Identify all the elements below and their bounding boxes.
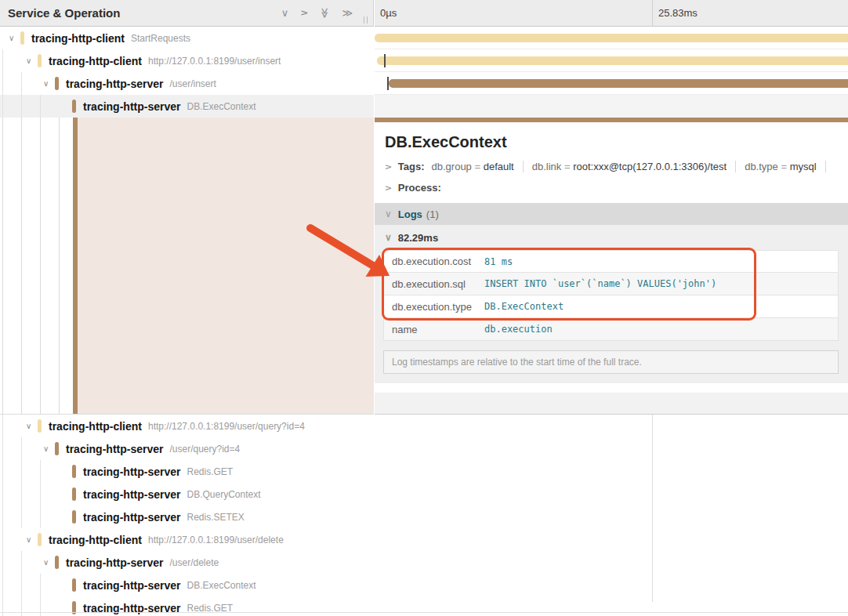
timeline-tick-label: 0µs — [375, 0, 652, 26]
operation-name: Redis.SETEX — [187, 512, 244, 523]
service-name: tracing-http-server — [83, 579, 180, 592]
log-field-key: db.execution.type — [392, 301, 484, 313]
service-name: tracing-http-server — [66, 78, 163, 90]
service-name: tracing-http-client — [49, 420, 142, 433]
indent-guide — [2, 437, 3, 460]
operation-name: /user/insert — [169, 78, 216, 89]
span-color-bar — [72, 510, 76, 524]
chevron-right-icon[interactable]: ∨ — [299, 9, 310, 17]
chevron-down-icon[interactable]: ∨ — [25, 56, 38, 65]
tag-item: db.type = mysql — [745, 161, 825, 172]
span-color-bar — [38, 419, 42, 433]
indent-guide — [40, 95, 41, 118]
timeline-rows — [375, 27, 848, 118]
tree-row[interactable]: ∨tracing-http-server/user/delete — [0, 551, 374, 574]
tree-row[interactable]: tracing-http-serverDB.QueryContext — [0, 483, 374, 505]
timeline-row[interactable] — [375, 49, 848, 72]
panel-title: Service & Operation — [8, 6, 120, 20]
chevron-down-icon: ∨ — [385, 232, 392, 243]
timeline-row[interactable] — [375, 95, 848, 118]
chevron-down-icon[interactable]: ∨ — [42, 79, 55, 88]
span-duration-bar[interactable] — [375, 34, 848, 42]
timeline-row[interactable] — [375, 72, 848, 95]
span-color-bar — [20, 31, 24, 45]
service-name: tracing-http-server — [66, 443, 163, 455]
indent-guide — [2, 483, 3, 505]
tree-row[interactable]: ∨tracing-http-clienthttp://127.0.0.1:819… — [0, 528, 374, 551]
indent-guide — [21, 574, 22, 596]
chevron-down-icon[interactable]: ∨ — [8, 34, 20, 42]
chevron-down-icon[interactable]: ∨ — [42, 444, 55, 453]
log-field-row: namedb.execution — [383, 318, 839, 341]
indent-guide — [40, 118, 41, 414]
double-chevron-right-icon[interactable]: ≫ — [342, 8, 353, 18]
tree-row[interactable]: tracing-http-serverRedis.GET — [0, 596, 374, 616]
column-resize-grip[interactable] — [364, 16, 368, 24]
log-timestamp: 82.29ms — [398, 232, 438, 244]
selected-span-expansion — [0, 118, 374, 415]
log-timestamp-header[interactable]: ∨ 82.29ms — [375, 225, 848, 250]
span-duration-bar[interactable] — [377, 56, 848, 65]
log-timestamps-note: Log timestamps are relative to the start… — [383, 350, 839, 374]
tree-row[interactable]: tracing-http-serverRedis.GET — [0, 460, 374, 483]
indent-guide — [21, 460, 22, 483]
process-label: Process: — [398, 182, 441, 194]
timeline-row[interactable] — [375, 27, 848, 49]
span-color-bar — [55, 77, 59, 90]
chevron-down-icon[interactable]: ∨ — [42, 558, 55, 567]
span-color-bar — [55, 556, 59, 569]
tree-row[interactable]: tracing-http-serverRedis.SETEX — [0, 505, 374, 528]
span-color-bar — [72, 100, 76, 113]
detail-panel-filler — [375, 393, 848, 414]
span-tree-panel: Service & Operation ∨∨≫≫ ∨tracing-http-c… — [0, 0, 374, 616]
span-tree-bottom: ∨tracing-http-clienthttp://127.0.0.1:819… — [0, 415, 374, 616]
indent-guide — [40, 483, 41, 505]
span-duration-bar[interactable] — [389, 79, 848, 88]
operation-name: DB.ExecContext — [187, 580, 255, 591]
chevron-down-icon[interactable]: ∨ — [25, 422, 38, 430]
tree-row[interactable]: ∨tracing-http-server/user/query?id=4 — [0, 437, 374, 460]
operation-name: DB.QueryContext — [187, 489, 260, 500]
double-chevron-down-icon[interactable]: ≫ — [320, 8, 330, 19]
tree-row[interactable]: ∨tracing-http-clienthttp://127.0.0.1:819… — [0, 49, 374, 72]
chevron-down-icon[interactable]: ∨ — [25, 535, 38, 544]
logs-accordion-header[interactable]: ∨ Logs (1) — [375, 203, 848, 225]
tree-row[interactable]: ∨tracing-http-clienthttp://127.0.0.1:819… — [0, 415, 374, 437]
tree-row[interactable]: ∨tracing-http-server/user/insert — [0, 72, 374, 95]
span-start-tick — [387, 77, 389, 90]
service-name: tracing-http-server — [83, 100, 180, 113]
span-detail-title: DB.ExecContext — [385, 133, 848, 151]
span-color-bar — [55, 442, 59, 455]
service-name: tracing-http-client — [49, 55, 142, 67]
log-field-value: 81 ms — [484, 256, 513, 267]
indent-guide — [21, 95, 22, 118]
indent-guide — [21, 551, 22, 574]
span-color-bar — [72, 487, 76, 501]
operation-name: /user/delete — [169, 557, 219, 568]
log-field-row: db.execution.typeDB.ExecContext — [383, 295, 839, 318]
tags-label: Tags: — [398, 161, 425, 172]
chevron-down-icon[interactable]: ∨ — [281, 8, 289, 18]
log-field-key: name — [392, 324, 484, 335]
indent-guide — [40, 574, 41, 596]
log-field-value: db.execution — [484, 324, 553, 335]
indent-guide — [2, 118, 3, 414]
list-end-border — [0, 612, 848, 613]
indent-guide — [2, 551, 3, 574]
operation-name: /user/query?id=4 — [169, 444, 240, 455]
service-name: tracing-http-client — [31, 32, 125, 45]
indent-guide — [21, 118, 22, 414]
indent-guide — [21, 596, 22, 616]
tree-row[interactable]: ∨tracing-http-clientStartRequests — [0, 27, 374, 49]
tag-item: db.group = default — [432, 161, 524, 172]
span-color-bar — [38, 54, 42, 67]
span-color-bar — [72, 578, 76, 592]
operation-name: http://127.0.0.1:8199/user/query?id=4 — [148, 421, 305, 432]
tree-row[interactable]: tracing-http-serverDB.ExecContext — [0, 95, 374, 118]
process-accordion[interactable]: ∨ Process: — [385, 182, 848, 194]
tree-row[interactable]: tracing-http-serverDB.ExecContext — [0, 574, 374, 596]
tags-accordion[interactable]: ∨ Tags: db.group = defaultdb.link = root… — [385, 161, 848, 172]
trace-timeline-view: Service & Operation ∨∨≫≫ ∨tracing-http-c… — [0, 0, 848, 616]
service-name: tracing-http-server — [83, 466, 180, 478]
selected-span-duration-bar[interactable] — [375, 118, 848, 122]
